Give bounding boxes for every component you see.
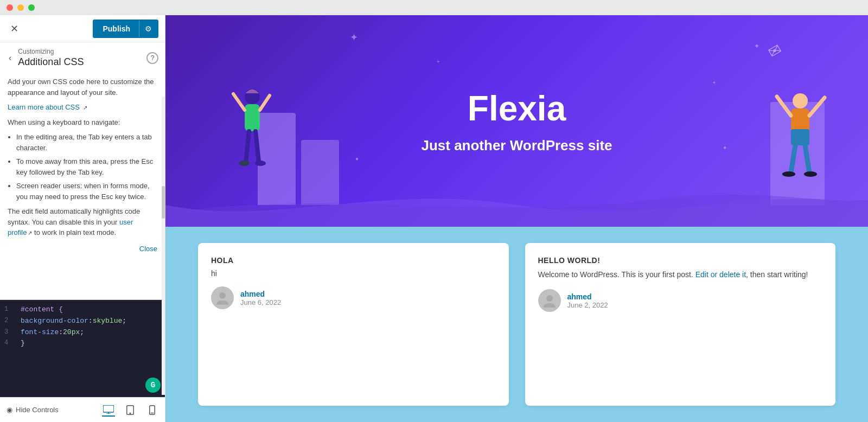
deco-star-1: ✦ <box>350 31 358 43</box>
mobile-view-button[interactable] <box>145 404 158 417</box>
keyboard-tip-2: To move away from this area, press the E… <box>16 156 157 177</box>
svg-line-21 <box>805 145 809 172</box>
svg-rect-17 <box>791 129 809 145</box>
post-excerpt-hello: Welcome to WordPress. This is your first… <box>538 269 823 280</box>
learn-more-paragraph: Learn more about CSS ↗ <box>8 102 157 113</box>
svg-line-12 <box>256 131 259 162</box>
panel-title: Additional CSS <box>18 56 146 68</box>
code-semi-3: ; <box>80 327 84 338</box>
external-link-icon: ↗ <box>83 105 87 111</box>
code-line-4: 4 } <box>0 338 165 349</box>
svg-line-18 <box>777 97 791 116</box>
keyboard-heading: When using a keyboard to navigate: <box>8 117 157 128</box>
code-prop-bg: background-color <box>21 316 88 327</box>
post-title-hello: HELLO WORLD! <box>538 256 823 265</box>
code-colon-3: : <box>59 327 63 338</box>
svg-line-9 <box>233 94 245 110</box>
code-selector-content: #content { <box>21 304 63 316</box>
post-title-hola: HOLA <box>211 256 496 265</box>
breadcrumb: Customizing <box>18 48 146 55</box>
author-avatar-1 <box>211 286 234 309</box>
edit-link[interactable]: Edit or delete it <box>695 270 746 279</box>
svg-rect-0 <box>103 405 114 412</box>
svg-rect-8 <box>245 104 260 131</box>
svg-line-11 <box>246 131 249 162</box>
svg-point-4 <box>130 413 131 414</box>
close-traffic-light[interactable] <box>7 4 13 11</box>
panel-title-group: Customizing Additional CSS <box>18 48 146 68</box>
code-val-bg: skyblue <box>93 316 123 327</box>
edit-field-description: The edit field automatically highlights … <box>8 206 157 238</box>
svg-point-24 <box>219 292 226 299</box>
close-customizer-button[interactable]: ✕ <box>7 21 22 36</box>
maximize-traffic-light[interactable] <box>28 4 35 11</box>
author-name-2: ahmed <box>567 292 608 301</box>
code-prop-fs: font-size <box>21 327 59 338</box>
figure-left <box>220 80 285 189</box>
svg-point-25 <box>546 295 553 302</box>
author-info-2: ahmed June 2, 2022 <box>567 292 608 309</box>
post-card-hello: HELLO WORLD! Welcome to WordPress. This … <box>525 243 836 406</box>
svg-line-20 <box>791 145 795 172</box>
description-text: Add your own CSS code here to customize … <box>8 76 157 98</box>
post-card-hola: HOLA hi ahmed June 6, 2022 <box>198 243 509 406</box>
line-number-1: 1 <box>4 304 15 315</box>
code-closing-brace: } <box>21 338 25 349</box>
top-bar: ✕ Publish ⚙ <box>0 15 165 42</box>
eye-icon: ◉ <box>7 406 12 414</box>
help-button[interactable]: ? <box>146 52 158 64</box>
hide-controls-label: Hide Controls <box>16 406 59 414</box>
svg-point-13 <box>239 161 250 166</box>
author-name-1: ahmed <box>240 290 281 298</box>
author-info-1: ahmed June 6, 2022 <box>240 290 281 306</box>
close-panel-link[interactable]: Close <box>139 244 157 254</box>
post-excerpt-hola: hi <box>211 269 496 278</box>
code-line-2: 2 background-color : skyblue ; <box>0 316 165 327</box>
author-avatar-2 <box>538 289 561 312</box>
publish-button[interactable]: Publish <box>94 21 139 37</box>
code-semi-2: ; <box>122 316 126 327</box>
keyboard-tip-3: Screen reader users: when in forms mode,… <box>16 181 157 202</box>
post-author-hola: ahmed June 6, 2022 <box>211 286 496 309</box>
back-button[interactable]: ‹ <box>7 51 14 65</box>
code-line-1: 1 #content { <box>0 304 165 316</box>
hero-section: ✦ ✦ ● + ✦ ✦ ✉ <box>165 15 868 227</box>
hide-controls-button[interactable]: ◉ Hide Controls <box>7 406 59 414</box>
scroll-thumb <box>162 186 165 219</box>
deco-star-2: ✦ <box>754 42 760 50</box>
main-layout: ✕ Publish ⚙ ‹ Customizing Additional CSS… <box>0 15 868 422</box>
tablet-view-button[interactable] <box>124 404 137 417</box>
post-date-2: June 2, 2022 <box>567 301 608 309</box>
help-icon-symbol: ? <box>151 54 155 62</box>
left-panel: ✕ Publish ⚙ ‹ Customizing Additional CSS… <box>0 15 165 422</box>
post-date-1: June 6, 2022 <box>240 298 281 306</box>
code-line-3: 3 font-size : 20px ; <box>0 327 165 338</box>
svg-line-19 <box>809 98 825 116</box>
deco-star-3: ✦ <box>712 80 716 85</box>
hero-title: Flexia <box>468 88 566 129</box>
line-number-4: 4 <box>4 338 15 348</box>
desktop-view-button[interactable] <box>102 404 115 417</box>
panel-content: Add your own CSS code here to customize … <box>0 70 165 299</box>
content-section: HOLA hi ahmed June 6, 2022 HELLO WORLD! … <box>165 227 868 422</box>
deco-star-4: ✦ <box>723 145 727 151</box>
minimize-traffic-light[interactable] <box>17 4 24 11</box>
line-number-2: 2 <box>4 316 15 326</box>
window-chrome <box>0 0 868 15</box>
css-code-editor[interactable]: 1 #content { 2 background-color : skyblu… <box>0 299 165 397</box>
learn-more-link[interactable]: Learn more about CSS <box>8 103 80 111</box>
back-arrow-icon: ‹ <box>9 53 11 62</box>
gear-button[interactable]: ⚙ <box>139 21 157 37</box>
preview-area: ✦ ✦ ● + ✦ ✦ ✉ <box>165 15 868 422</box>
paper-plane-icon: ✉ <box>765 40 784 62</box>
keyboard-tips-list: In the editing area, the Tab key enters … <box>16 132 157 202</box>
publish-group: Publish ⚙ <box>93 20 158 38</box>
svg-point-23 <box>804 171 817 177</box>
svg-point-22 <box>782 171 795 177</box>
svg-line-10 <box>260 95 270 110</box>
line-number-3: 3 <box>4 327 15 337</box>
panel-nav: ‹ Customizing Additional CSS ? <box>0 42 165 70</box>
deco-dot-2: + <box>437 59 440 65</box>
bottom-controls: ◉ Hide Controls <box>0 397 165 422</box>
gear-icon: ⚙ <box>145 24 152 33</box>
